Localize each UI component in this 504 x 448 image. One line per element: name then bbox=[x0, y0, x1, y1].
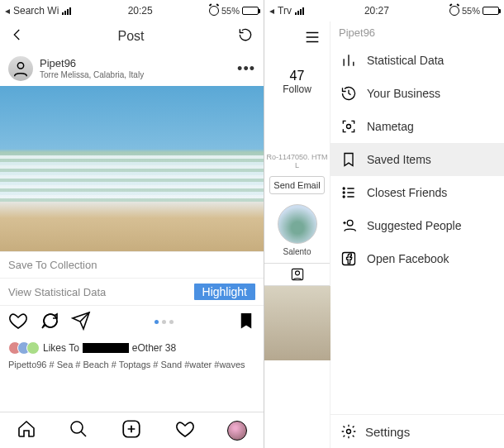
likes-prefix: Likes To bbox=[43, 342, 79, 354]
page-title: Post bbox=[25, 29, 237, 44]
svg-point-5 bbox=[347, 125, 351, 129]
menu-open-facebook[interactable]: Open Facebook bbox=[330, 242, 504, 275]
clock-history-icon bbox=[340, 85, 357, 102]
post-image[interactable] bbox=[0, 86, 264, 251]
liker-avatars bbox=[8, 341, 40, 355]
drawer-footer: Settings bbox=[330, 414, 504, 448]
send-email-button[interactable]: Send Email bbox=[269, 176, 324, 194]
likes-suffix: eOther 38 bbox=[132, 342, 176, 354]
list-icon bbox=[340, 184, 357, 201]
author-username[interactable]: Pipet96 bbox=[40, 58, 231, 69]
clock-label: 20:27 bbox=[364, 5, 389, 17]
back-button[interactable] bbox=[10, 27, 25, 45]
menu-suggested-people[interactable]: Suggested People bbox=[330, 209, 504, 242]
post-caption[interactable]: Pipetto96 # Sea # Beach # Toptags # Sand… bbox=[0, 358, 264, 373]
back-caret-icon: ◂ bbox=[5, 5, 10, 17]
bookmark-icon bbox=[340, 151, 357, 168]
svg-point-11 bbox=[347, 430, 351, 434]
carrier-label: Trv bbox=[278, 5, 292, 17]
menu-label: Closest Friends bbox=[367, 186, 447, 199]
nav-profile-button[interactable] bbox=[227, 421, 247, 441]
phone-right-menu-view: ◂ Trv 20:27 55% 47 Follow Ro-1147050. HT… bbox=[264, 0, 504, 448]
follower-label: Follow bbox=[283, 83, 311, 95]
carousel-indicator bbox=[102, 320, 226, 324]
menu-closest-friends[interactable]: Closest Friends bbox=[330, 176, 504, 209]
status-bar-left: ◂ Search Wi 20:25 55% bbox=[0, 0, 264, 21]
svg-point-1 bbox=[71, 422, 83, 433]
view-statistical-data-button[interactable]: View Statistical Data bbox=[8, 286, 106, 298]
tagged-tab-icon[interactable] bbox=[264, 263, 330, 286]
bar-chart-icon bbox=[340, 52, 357, 69]
gear-icon[interactable] bbox=[340, 423, 357, 440]
ro-identifier: Ro-1147050. HTML bbox=[264, 153, 330, 169]
menu-label: Saved Items bbox=[367, 153, 431, 166]
menu-nametag[interactable]: Nametag bbox=[330, 110, 504, 143]
author-avatar[interactable] bbox=[8, 56, 33, 81]
menu-your-business[interactable]: Your Business bbox=[330, 77, 504, 110]
likes-row[interactable]: Likes To eOther 38 bbox=[0, 338, 264, 358]
highlight-button[interactable]: Highlight bbox=[194, 284, 255, 300]
post-author-row[interactable]: Pipet96 Torre Melissa, Calabria, Italy •… bbox=[0, 51, 264, 86]
story-highlight[interactable] bbox=[278, 204, 317, 244]
menu-label: Nametag bbox=[367, 120, 414, 133]
alarm-icon bbox=[209, 6, 219, 16]
status-bar-right: ◂ Trv 20:27 55% bbox=[264, 0, 504, 21]
post-more-button[interactable]: ••• bbox=[237, 60, 255, 78]
profile-strip: 47 Follow Ro-1147050. HTML Send Email Sa… bbox=[264, 21, 330, 448]
story-highlight-label: Salento bbox=[283, 247, 311, 256]
drawer-username: Pipet96 bbox=[330, 21, 504, 44]
clock-label: 20:25 bbox=[128, 5, 153, 17]
battery-pct-label: 55% bbox=[462, 6, 480, 16]
settings-button[interactable]: Settings bbox=[365, 425, 410, 439]
share-button[interactable] bbox=[71, 311, 91, 333]
menu-saved-items[interactable]: Saved Items bbox=[330, 143, 504, 176]
redacted-username bbox=[83, 343, 129, 353]
svg-point-6 bbox=[343, 188, 345, 189]
svg-point-8 bbox=[343, 196, 345, 198]
nav-home-button[interactable] bbox=[17, 419, 36, 441]
nav-add-button[interactable] bbox=[121, 418, 142, 442]
nav-search-button[interactable] bbox=[69, 419, 88, 441]
signal-icon bbox=[295, 7, 304, 15]
battery-icon bbox=[242, 7, 259, 15]
nav-activity-button[interactable] bbox=[175, 419, 195, 441]
save-to-collection-button[interactable]: Save To Collection bbox=[0, 251, 264, 278]
post-header: Post bbox=[0, 21, 264, 51]
back-caret-icon: ◂ bbox=[269, 5, 274, 17]
like-button[interactable] bbox=[8, 311, 28, 333]
post-action-bar bbox=[0, 305, 264, 338]
menu-button[interactable] bbox=[264, 28, 330, 49]
refresh-button[interactable] bbox=[237, 26, 254, 46]
scan-icon bbox=[340, 118, 357, 135]
comment-button[interactable] bbox=[40, 311, 59, 333]
wifi-signal-icon bbox=[62, 7, 71, 15]
menu-label: Suggested People bbox=[367, 219, 461, 232]
side-drawer: Pipet96 Statistical Data Your Business N… bbox=[330, 21, 504, 448]
svg-point-4 bbox=[295, 271, 299, 275]
bottom-nav-left bbox=[0, 412, 264, 448]
menu-label: Open Facebook bbox=[367, 252, 449, 265]
svg-point-9 bbox=[347, 220, 353, 226]
battery-icon bbox=[483, 7, 499, 15]
facebook-icon bbox=[340, 250, 357, 267]
menu-statistical-data[interactable]: Statistical Data bbox=[330, 44, 504, 77]
menu-label: Statistical Data bbox=[367, 54, 444, 67]
post-location[interactable]: Torre Melissa, Calabria, Italy bbox=[40, 70, 231, 79]
svg-point-0 bbox=[17, 63, 23, 69]
phone-left-post-view: ◂ Search Wi 20:25 55% Post Pipet96 Torre… bbox=[0, 0, 264, 448]
add-person-icon bbox=[340, 217, 357, 234]
menu-label: Your Business bbox=[367, 87, 440, 100]
battery-pct-label: 55% bbox=[221, 6, 240, 16]
alarm-icon bbox=[449, 6, 459, 16]
svg-point-7 bbox=[343, 192, 345, 193]
grid-photo-thumb[interactable] bbox=[264, 286, 330, 360]
bookmark-button[interactable] bbox=[237, 312, 255, 332]
follower-count[interactable]: 47 bbox=[283, 69, 311, 83]
carrier-label: Search Wi bbox=[13, 5, 59, 17]
